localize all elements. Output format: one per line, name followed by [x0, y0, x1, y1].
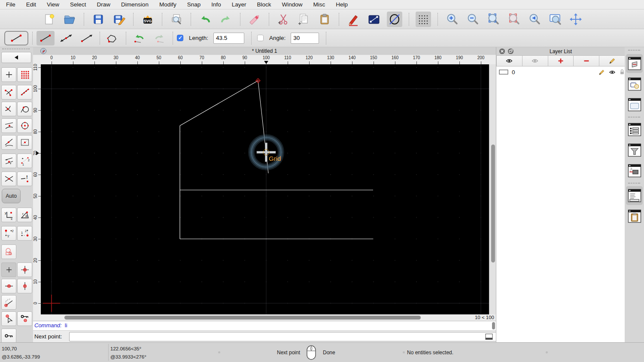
set-relative-zero-button[interactable] [1, 311, 16, 326]
ellipse-tool-button[interactable] [387, 12, 402, 27]
snap-middle-button[interactable] [1, 135, 16, 150]
set-relative-angle-button[interactable] [1, 295, 16, 310]
zoom-pan-button[interactable] [568, 12, 583, 27]
layer-row[interactable]: 0 [496, 67, 625, 77]
menu-item-select[interactable]: Select [70, 1, 86, 8]
hide-all-layers-button[interactable] [522, 55, 548, 66]
dock-selection-filter-button[interactable] [626, 141, 643, 160]
snap-center-button[interactable] [17, 118, 32, 133]
dock-pen-palette-button[interactable] [626, 161, 643, 180]
menu-item-window[interactable]: Window [282, 1, 303, 8]
menu-item-draw[interactable]: Draw [97, 1, 111, 8]
coordinate-polar-button[interactable]: ra [17, 208, 32, 222]
snap-tangent-button[interactable] [17, 102, 32, 116]
dock-library-browser-button[interactable] [626, 95, 643, 114]
restrict-orthogonal-button[interactable] [17, 262, 32, 277]
show-all-layers-button[interactable] [496, 55, 522, 66]
redo-button[interactable] [218, 12, 234, 27]
save-as-button[interactable] [111, 12, 127, 27]
tab-title[interactable]: * Untitled 1 [33, 48, 496, 54]
pen-button[interactable] [346, 12, 361, 27]
horizontal-scrollbar-thumb[interactable] [64, 316, 421, 320]
angle-checkbox[interactable] [257, 35, 264, 41]
dock-block-list-button[interactable] [626, 75, 643, 94]
menu-item-block[interactable]: Block [257, 1, 271, 8]
command-history[interactable]: Command: li [33, 321, 496, 331]
angle-input[interactable] [291, 33, 319, 44]
toolbar-handle[interactable] [2, 48, 30, 49]
menu-item-modify[interactable]: Modify [159, 1, 176, 8]
ray-button[interactable] [78, 31, 96, 45]
zoom-current-button[interactable] [506, 12, 522, 27]
cut-button[interactable] [276, 12, 291, 27]
command-scrollbar-thumb[interactable] [492, 322, 495, 329]
save-button[interactable] [91, 12, 106, 27]
grid-toggle-button[interactable] [416, 12, 431, 27]
command-dock-toggle-button[interactable] [484, 332, 494, 341]
menu-item-layer[interactable]: Layer [232, 1, 246, 8]
layer-edit-icon[interactable] [598, 69, 605, 75]
vertical-scrollbar[interactable] [490, 64, 496, 314]
zoom-in-button[interactable] [444, 12, 460, 27]
horizontal-scrollbar[interactable]: 10 < 100 [33, 314, 496, 321]
drawing-canvas[interactable]: Grid [41, 64, 489, 314]
zoom-auto-button[interactable] [486, 12, 501, 27]
back-button[interactable] [1, 52, 31, 63]
relative-point-12-button[interactable]: 12 [1, 226, 16, 241]
line-tool-button[interactable] [366, 12, 382, 27]
menu-item-view[interactable]: View [47, 1, 59, 8]
paste-button[interactable] [317, 12, 332, 27]
print-preview-button[interactable] [169, 12, 184, 27]
add-layer-button[interactable] [548, 55, 574, 66]
restrict-horizontal-button[interactable] [1, 279, 16, 293]
copy-button[interactable] [296, 12, 312, 27]
open-file-button[interactable] [62, 12, 77, 27]
snap-on-entity-button[interactable] [17, 85, 32, 100]
undo-sequence-button[interactable] [130, 31, 148, 45]
snap-intersection-button[interactable] [1, 172, 16, 186]
coordinate-cartesian-button[interactable]: yx [1, 208, 16, 222]
edit-layer-button[interactable] [599, 55, 625, 66]
zoom-window-button[interactable] [547, 12, 563, 27]
remove-layer-button[interactable] [574, 55, 599, 66]
length-input[interactable] [213, 33, 244, 44]
line-angle-button[interactable] [57, 31, 75, 45]
snap-divide-button[interactable]: 12 [17, 154, 32, 168]
toolbar-handle[interactable] [628, 50, 640, 51]
unlock-relative-zero-button[interactable] [1, 329, 16, 343]
snap-free-button[interactable] [1, 67, 16, 82]
undo-button[interactable] [197, 12, 213, 27]
relative-point-21-button[interactable]: 12 [17, 226, 32, 241]
snap-endpoints-button[interactable] [1, 85, 16, 100]
lock-relative-zero-button[interactable] [17, 311, 32, 326]
snap-exclusive-button[interactable] [1, 244, 16, 259]
snap-grid-button[interactable] [17, 67, 32, 82]
menu-item-misc[interactable]: Misc [313, 1, 325, 8]
snap-auto-button[interactable]: Auto [2, 189, 21, 203]
line-two-points-button[interactable] [36, 31, 55, 45]
layer-lock-icon[interactable] [619, 69, 625, 75]
dock-entity-list-button[interactable] [626, 120, 643, 139]
layer-visibility-icon[interactable] [609, 69, 616, 75]
export-svg-button[interactable]: SVG [140, 12, 155, 27]
snap-intersection-auto-button[interactable] [1, 102, 16, 116]
new-document-button[interactable] [41, 12, 57, 27]
redo-sequence-button[interactable] [151, 31, 169, 45]
length-checkbox[interactable] [177, 35, 183, 41]
menu-item-info[interactable]: Info [211, 1, 221, 8]
vertical-scrollbar-thumb[interactable] [491, 145, 495, 262]
dock-clipboard-button[interactable] [626, 207, 643, 226]
snap-intersection-manual-button[interactable]: ! [17, 172, 32, 186]
polyline-button[interactable] [104, 31, 122, 45]
zoom-out-button[interactable] [465, 12, 480, 27]
command-input[interactable] [69, 332, 516, 341]
restrict-nothing-button[interactable] [1, 262, 16, 277]
restrict-vertical-button[interactable] [17, 279, 32, 293]
delete-button[interactable] [247, 12, 262, 27]
menu-item-help[interactable]: Help [336, 1, 348, 8]
zoom-previous-button[interactable] [527, 12, 542, 27]
menu-item-dimension[interactable]: Dimension [121, 1, 149, 8]
menu-item-snap[interactable]: Snap [187, 1, 201, 8]
menu-item-file[interactable]: File [6, 1, 15, 8]
dock-command-line-button[interactable] [626, 186, 643, 205]
